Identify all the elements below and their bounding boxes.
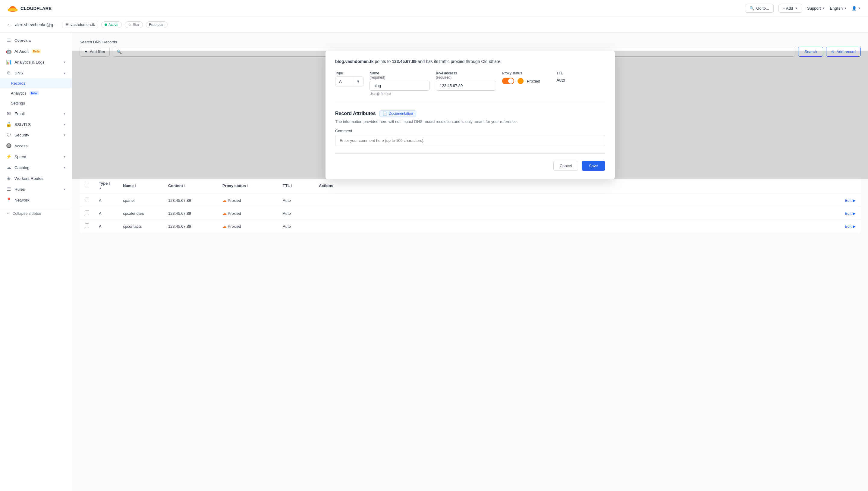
sidebar-item-ssl-tls[interactable]: 🔒 SSL/TLS ▼	[0, 119, 72, 130]
language-button[interactable]: English ▼	[830, 6, 847, 10]
goto-button[interactable]: 🔍 Go to...	[745, 4, 774, 13]
proxy-info-icon[interactable]: ℹ	[247, 184, 248, 187]
sidebar-item-access[interactable]: 🔘 Access	[0, 140, 72, 151]
name-label: Name (required)	[369, 71, 430, 80]
edit-link[interactable]: Edit ▶	[845, 211, 856, 216]
type-info-icon[interactable]: ℹ	[109, 182, 110, 185]
documentation-link[interactable]: 📄 Documentation	[380, 110, 417, 117]
cell-name: cpcalendars	[118, 207, 163, 220]
email-icon: ✉	[6, 111, 11, 116]
sidebar-item-ai-audit[interactable]: 🤖 AI Audit Beta	[0, 46, 72, 57]
proxy-toggle[interactable]	[502, 78, 514, 84]
domain-name: vashdomen.tk	[71, 22, 95, 27]
sidebar-item-rules[interactable]: ☰ Rules ▼	[0, 184, 72, 195]
new-badge: New	[30, 91, 39, 95]
sidebar-item-dns-settings[interactable]: Settings	[0, 98, 72, 108]
sidebar-item-email[interactable]: ✉ Email ▼	[0, 108, 72, 119]
brand-logo[interactable]: CLOUDFLARE	[7, 4, 52, 13]
sidebar-item-overview[interactable]: ☰ Overview	[0, 35, 72, 46]
beta-badge: Beta	[32, 49, 41, 53]
cell-ttl: Auto	[278, 207, 314, 220]
search-icon: 🔍	[750, 6, 754, 10]
access-icon: 🔘	[6, 143, 11, 148]
support-button[interactable]: Support ▼	[807, 6, 825, 10]
ttl-info-icon[interactable]: ℹ	[291, 184, 292, 187]
domain-icon: ☰	[65, 23, 69, 27]
nav-left: CLOUDFLARE	[7, 4, 52, 13]
cell-actions: Edit ▶	[314, 207, 861, 220]
search-label: Search DNS Records	[80, 40, 861, 44]
table-body: A cpanel 123.45.67.89 ☁ Proxied Auto Edi…	[80, 194, 861, 233]
analytics-icon: 📊	[6, 59, 11, 65]
name-info-icon[interactable]: ℹ	[135, 184, 136, 187]
form-proxy: Proxy status 🟠 Proxied	[502, 71, 550, 84]
edit-link[interactable]: Edit ▶	[845, 198, 856, 203]
save-button[interactable]: Save	[582, 161, 605, 171]
cell-type: A	[94, 220, 118, 233]
cell-proxy: ☁ Proxied	[218, 194, 278, 207]
edit-link[interactable]: Edit ▶	[845, 224, 856, 229]
type-input[interactable]	[335, 77, 353, 86]
sidebar-item-network[interactable]: 📍 Network	[0, 195, 72, 205]
row-checkbox[interactable]	[85, 224, 89, 228]
cell-actions: Edit ▶	[314, 220, 861, 233]
sidebar-item-records[interactable]: Records	[0, 78, 72, 88]
sidebar-item-dns[interactable]: ⊕ DNS ▲	[0, 67, 72, 78]
user-menu-button[interactable]: 👤 ▼	[852, 6, 861, 10]
ipv4-input[interactable]	[436, 81, 496, 91]
speed-icon: ⚡	[6, 154, 11, 160]
type-dropdown-button[interactable]: ▼	[353, 77, 363, 86]
proxy-cloud-icon: ☁	[222, 224, 227, 229]
status-dot	[105, 24, 107, 26]
comment-input[interactable]	[335, 135, 605, 146]
chevron-down-icon: ▼	[844, 7, 847, 10]
divider-2	[335, 153, 605, 154]
ttl-label: TTL	[556, 71, 581, 75]
svg-rect-5	[8, 10, 18, 11]
content-info-icon[interactable]: ℹ	[184, 184, 185, 187]
form-row-main: Type ▼ Name (required) Use @ for	[335, 71, 605, 95]
th-ttl: TTL ℹ	[278, 177, 314, 194]
sidebar-item-speed[interactable]: ⚡ Speed ▼	[0, 151, 72, 162]
chevron-down-icon: ▼	[63, 166, 66, 169]
cancel-button[interactable]: Cancel	[553, 161, 578, 171]
sidebar: ☰ Overview 🤖 AI Audit Beta 📊 Analytics &…	[0, 32, 72, 491]
cell-type: A	[94, 207, 118, 220]
nav-right: 🔍 Go to... + Add ▼ Support ▼ English ▼ 👤…	[745, 4, 861, 13]
proxy-label: Proxied	[527, 79, 540, 83]
sidebar-item-analytics-logs[interactable]: 📊 Analytics & Logs ▼	[0, 57, 72, 67]
sidebar-collapse-button[interactable]: ← Collapse sidebar	[0, 208, 72, 219]
table-row: A cpanel 123.45.67.89 ☁ Proxied Auto Edi…	[80, 194, 861, 207]
sidebar-item-workers-routes[interactable]: ◈ Workers Routes	[0, 173, 72, 184]
chevron-down-icon: ▼	[63, 155, 66, 158]
brand-name: CLOUDFLARE	[21, 6, 52, 11]
sidebar-item-security[interactable]: 🛡 Security ▼	[0, 130, 72, 140]
star-icon: ☆	[128, 23, 132, 27]
dns-table: Type ℹ ▲ Name ℹ Content ℹ Proxy status ℹ…	[80, 177, 861, 233]
star-button[interactable]: ☆ Star	[125, 21, 143, 28]
workers-icon: ◈	[6, 176, 11, 181]
chevron-down-icon: ▼	[63, 123, 66, 126]
type-select-wrap: ▼	[335, 77, 363, 86]
sort-icon[interactable]: ▲	[99, 186, 102, 190]
network-icon: 📍	[6, 197, 11, 203]
modal-overlay: blog.vashdomen.tk points to 123.45.67.89…	[72, 51, 868, 179]
sidebar-item-caching[interactable]: ☁ Caching ▼	[0, 162, 72, 173]
th-name: Name ℹ	[118, 177, 163, 194]
th-content: Content ℹ	[163, 177, 218, 194]
add-button[interactable]: + Add ▼	[779, 4, 803, 13]
cell-name: cpanel	[118, 194, 163, 207]
row-checkbox[interactable]	[85, 198, 89, 202]
main-content: Search DNS Records ▼ Add filter 🔍 Search…	[72, 32, 868, 491]
plan-badge: Free plan	[146, 21, 168, 28]
cell-content: 123.45.67.89	[163, 194, 218, 207]
back-button[interactable]: ←	[7, 22, 12, 27]
main-layout: ☰ Overview 🤖 AI Audit Beta 📊 Analytics &…	[0, 32, 868, 491]
proxy-cloud-icon: ☁	[222, 198, 227, 203]
sidebar-item-dns-analytics[interactable]: Analytics New	[0, 88, 72, 98]
row-checkbox[interactable]	[85, 210, 89, 215]
select-all-checkbox[interactable]	[85, 183, 89, 187]
user-label: alex.shevchenko@g...	[15, 22, 57, 27]
name-input[interactable]	[369, 81, 430, 91]
domain-badge[interactable]: ☰ vashdomen.tk	[62, 21, 98, 28]
